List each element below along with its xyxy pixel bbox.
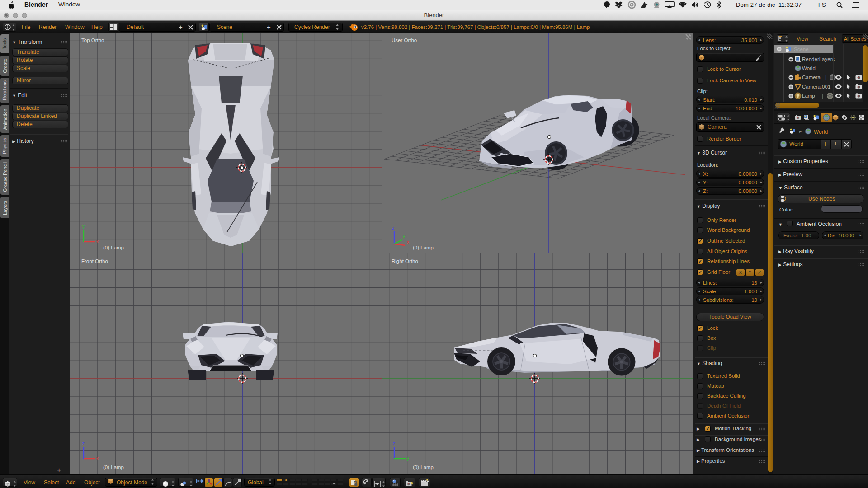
svg-text:User Ortho: User Ortho	[392, 38, 417, 43]
svg-text:Right Ortho: Right Ortho	[392, 258, 418, 264]
svg-text:z: z	[82, 441, 85, 446]
svg-text:z: z	[392, 225, 394, 230]
svg-text:(0) Lamp: (0) Lamp	[413, 465, 434, 470]
svg-text:y: y	[407, 456, 409, 461]
svg-text:Top Ortho: Top Ortho	[81, 38, 104, 43]
svg-text:(0) Lamp: (0) Lamp	[103, 245, 124, 250]
svg-text:z: z	[393, 441, 395, 446]
svg-text:(0) Lamp: (0) Lamp	[103, 465, 124, 470]
svg-text:y: y	[403, 234, 405, 239]
svg-text:x: x	[96, 239, 99, 244]
svg-text:Front Ortho: Front Ortho	[81, 258, 108, 264]
svg-text:(0) Lamp: (0) Lamp	[413, 245, 434, 250]
svg-text:x: x	[96, 456, 99, 461]
svg-text:x: x	[407, 239, 409, 244]
svg-text:y: y	[82, 224, 85, 229]
